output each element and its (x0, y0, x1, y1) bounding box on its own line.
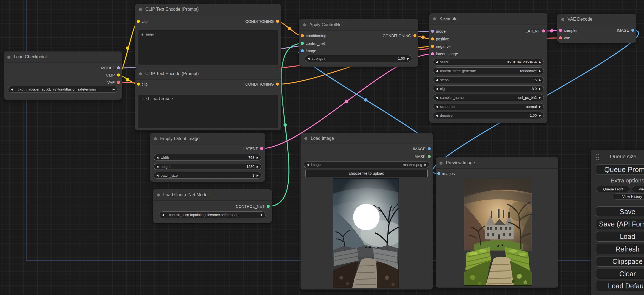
next-value-icon[interactable]: ▶ (261, 212, 263, 218)
prompt-textarea[interactable]: a manor (138, 30, 278, 65)
output-slot-image[interactable] (631, 29, 634, 32)
node-title-bar[interactable]: CLIP Text Encode (Prompt) (135, 4, 281, 15)
decrement-icon[interactable]: ◀ (307, 55, 310, 62)
prompt-textarea[interactable]: text, watermark (138, 95, 278, 128)
increment-icon[interactable]: ▶ (539, 77, 541, 83)
node-vae-decode[interactable]: VAE Decode samples vae IMAGE (557, 14, 636, 43)
collapse-dot-icon[interactable] (561, 18, 564, 21)
decrement-icon[interactable]: ◀ (436, 59, 438, 65)
load-default-button[interactable]: Load Default (596, 281, 644, 291)
clear-button[interactable]: Clear (596, 269, 644, 279)
decrement-icon[interactable]: ◀ (156, 172, 159, 179)
control-net-name-widget[interactable]: ◀ control_net_name cn-inpainting-dreamer… (159, 211, 266, 218)
output-slot-image[interactable] (428, 147, 431, 150)
node-ksampler[interactable]: KSampler model positive negative latent_… (429, 13, 547, 123)
increment-icon[interactable]: ▶ (539, 59, 541, 65)
decrement-icon[interactable]: ◀ (436, 94, 438, 101)
choose-file-button[interactable]: choose file to upload (305, 170, 428, 177)
node-title-bar[interactable]: Empty Latent Image (150, 133, 265, 144)
output-slot-control-net[interactable] (267, 205, 270, 208)
decrement-icon[interactable]: ◀ (156, 163, 159, 170)
increment-icon[interactable]: ▶ (407, 55, 409, 62)
node-empty-latent-image[interactable]: Empty Latent Image LATENT ◀ width 768 ▶ … (150, 133, 265, 182)
queue-front-button[interactable]: Queue Front (596, 186, 630, 192)
input-slot-negative[interactable] (431, 45, 434, 48)
prev-value-icon[interactable]: ◀ (307, 162, 309, 168)
save-api-format-button[interactable]: Save (API Format) (596, 219, 644, 229)
steps-widget[interactable]: ◀ steps 15 ▶ (433, 77, 544, 83)
node-load-image[interactable]: Load Image IMAGE MASK ◀ image masked.png… (301, 133, 433, 289)
image-file-widget[interactable]: ◀ image masked.png ▶ (304, 161, 429, 168)
cfg-widget[interactable]: ◀ cfg 8.0 ▶ (433, 85, 544, 92)
drag-handle-icon[interactable] (596, 154, 599, 161)
input-slot-image[interactable] (301, 49, 304, 52)
node-load-controlnet-model[interactable]: Load ControlNet Model CONTROL_NET ◀ cont… (153, 189, 272, 223)
node-title-bar[interactable]: CLIP Text Encode (Prompt) (135, 68, 281, 80)
sampler-name-widget[interactable]: ◀ sampler_name uni_pc_bh2 ▶ (433, 94, 544, 101)
collapse-dot-icon[interactable] (154, 137, 157, 140)
decrement-icon[interactable]: ◀ (436, 112, 438, 119)
output-slot-latent[interactable] (260, 147, 263, 150)
queue-prompt-button[interactable]: Queue Prompt (596, 164, 644, 175)
decrement-icon[interactable]: ◀ (156, 154, 159, 161)
next-value-icon[interactable]: ▶ (113, 86, 115, 92)
output-slot-latent[interactable] (542, 29, 545, 32)
input-slot-vae[interactable] (559, 36, 562, 39)
increment-icon[interactable]: ▶ (539, 103, 541, 110)
collapse-dot-icon[interactable] (7, 56, 10, 59)
seed-widget[interactable]: ◀ seed 951818412058464 ▶ (433, 59, 544, 65)
ckpt-name-widget[interactable]: ◀ ckpt_name juggernautXL_v7Rundiffusion.… (8, 86, 118, 93)
input-slot-control-net[interactable] (301, 42, 304, 45)
node-title-bar[interactable]: VAE Decode (557, 14, 636, 25)
node-title-bar[interactable]: Load ControlNet Model (153, 189, 272, 201)
generated-image-preview[interactable] (464, 179, 532, 285)
view-queue-button[interactable]: View Queue (632, 186, 644, 192)
input-slot-latent-image[interactable] (431, 52, 434, 55)
increment-icon[interactable]: ▶ (539, 112, 541, 119)
loaded-image-preview[interactable] (333, 179, 399, 288)
collapse-dot-icon[interactable] (440, 162, 443, 165)
decrement-icon[interactable]: ◀ (436, 68, 438, 74)
decrement-icon[interactable]: ◀ (436, 77, 438, 83)
increment-icon[interactable]: ▶ (256, 163, 259, 170)
node-title-bar[interactable]: KSampler (429, 13, 547, 24)
collapse-dot-icon[interactable] (303, 23, 306, 26)
node-apply-controlnet[interactable]: Apply ControlNet conditioning control_ne… (299, 19, 418, 67)
strength-widget[interactable]: ◀ strength 1.00 ▶ (305, 55, 412, 62)
save-button[interactable]: Save (596, 206, 644, 217)
collapse-dot-icon[interactable] (139, 72, 142, 75)
load-button[interactable]: Load (596, 231, 644, 242)
node-title-bar[interactable]: Preview Image (436, 157, 558, 169)
batch-size-widget[interactable]: ◀ batch_size 1 ▶ (154, 172, 261, 179)
increment-icon[interactable]: ▶ (539, 86, 541, 92)
width-widget[interactable]: ◀ width 768 ▶ (154, 154, 261, 161)
decrement-icon[interactable]: ◀ (436, 103, 438, 110)
increment-icon[interactable]: ▶ (539, 94, 541, 101)
output-slot-mask[interactable] (428, 155, 431, 158)
prev-value-icon[interactable]: ◀ (11, 86, 13, 92)
increment-icon[interactable]: ▶ (256, 154, 259, 161)
input-slot-positive[interactable] (431, 37, 434, 40)
output-slot-model[interactable] (117, 66, 120, 69)
increment-icon[interactable]: ▶ (539, 68, 541, 74)
clipspace-button[interactable]: Clipspace (596, 256, 644, 267)
scheduler-widget[interactable]: ◀ scheduler normal ▶ (433, 103, 544, 110)
node-preview-image[interactable]: Preview Image images (436, 157, 558, 288)
prev-value-icon[interactable]: ◀ (162, 212, 164, 218)
node-clip-text-encode-negative[interactable]: CLIP Text Encode (Prompt) clip CONDITION… (135, 68, 281, 130)
next-value-icon[interactable]: ▶ (424, 162, 427, 168)
collapse-dot-icon[interactable] (304, 137, 307, 140)
output-slot-conditioning[interactable] (276, 83, 279, 86)
node-load-checkpoint[interactable]: Load Checkpoint MODEL CLIP VAE ◀ ckpt_na… (4, 51, 122, 100)
collapse-dot-icon[interactable] (139, 8, 142, 11)
denoise-widget[interactable]: ◀ denoise 1.00 ▶ (433, 112, 544, 119)
node-title-bar[interactable]: Load Checkpoint (4, 51, 122, 63)
collapse-dot-icon[interactable] (433, 17, 436, 20)
node-title-bar[interactable]: Load Image (301, 133, 433, 144)
node-clip-text-encode-positive[interactable]: CLIP Text Encode (Prompt) clip CONDITION… (135, 4, 281, 68)
node-title-bar[interactable]: Apply ControlNet (299, 19, 418, 31)
height-widget[interactable]: ◀ height 1280 ▶ (154, 163, 261, 170)
output-slot-conditioning[interactable] (413, 34, 416, 37)
output-slot-vae[interactable] (117, 81, 120, 84)
increment-icon[interactable]: ▶ (256, 172, 259, 179)
